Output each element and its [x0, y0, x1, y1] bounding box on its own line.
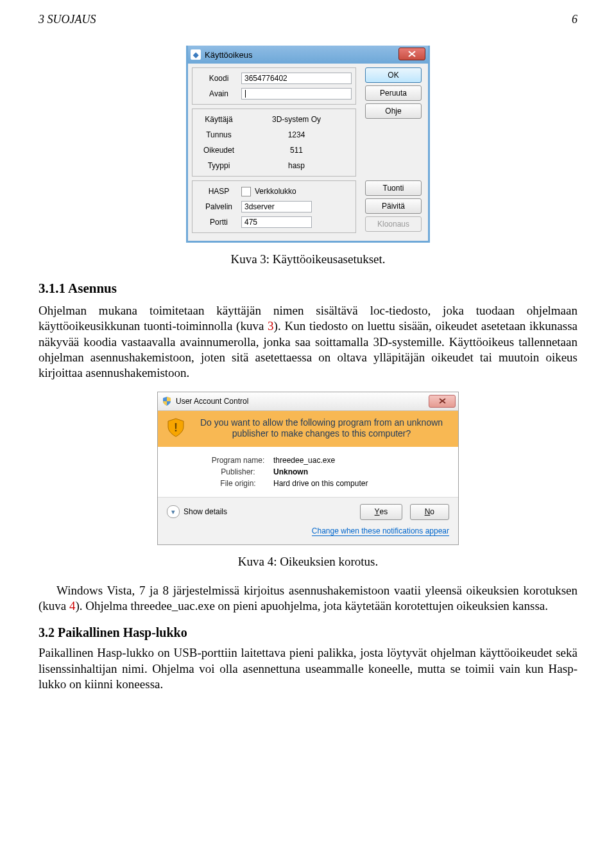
- yes-button[interactable]: Yes: [360, 504, 403, 520]
- uac-settings-link[interactable]: Change when these notifications appear: [167, 526, 449, 535]
- app-icon: ◆: [191, 49, 201, 60]
- show-details-toggle[interactable]: ▾ Show details: [167, 505, 227, 518]
- text-cursor-icon: [245, 90, 246, 98]
- uac-program-label: Program name:: [203, 456, 273, 465]
- import-button[interactable]: Tuonti: [365, 180, 422, 196]
- panel-hasp: HASP Verkkolukko Palvelin 3dserver Portt…: [192, 180, 356, 233]
- input-portti[interactable]: 475: [241, 216, 312, 228]
- uac-publisher-label: Publisher:: [203, 467, 273, 476]
- label-avain: Avain: [196, 89, 241, 98]
- running-header-right: 6: [572, 13, 578, 26]
- uac-origin-value: Hard drive on this computer: [273, 479, 368, 488]
- checkbox-verkkolukko[interactable]: Verkkolukko: [241, 187, 352, 196]
- input-avain[interactable]: [241, 88, 352, 100]
- uac-banner: ! Do you want to allow the following pro…: [158, 411, 458, 447]
- uac-dialog: User Account Control ! Do you want to al…: [157, 392, 459, 545]
- label-tyyppi: Tyyppi: [196, 161, 241, 170]
- figure-ref-3: 3: [268, 319, 274, 333]
- dialog-titlebar: ◆ Käyttöoikeus: [188, 46, 428, 64]
- dialog-title: Käyttöoikeus: [205, 50, 252, 60]
- value-tyyppi: hasp: [241, 161, 352, 170]
- label-kayttaja: Käyttäjä: [196, 115, 241, 124]
- figure-3: ◆ Käyttöoikeus Koodi 3654776402: [38, 46, 578, 243]
- uac-titlebar: User Account Control: [158, 392, 458, 411]
- running-header: 3 SUOJAUS 6: [38, 13, 578, 26]
- checkbox-icon: [241, 187, 251, 196]
- uac-origin-label: File origin:: [203, 479, 273, 488]
- uac-program-value: threedee_uac.exe: [273, 456, 335, 465]
- close-button[interactable]: [398, 48, 425, 60]
- label-palvelin: Palvelin: [196, 202, 241, 211]
- figure-ref-4: 4: [69, 599, 76, 612]
- uac-close-button[interactable]: [429, 395, 456, 408]
- uac-banner-text: Do you want to allow the following progr…: [200, 417, 443, 439]
- cancel-button[interactable]: Peruuta: [365, 85, 422, 101]
- uac-title-text: User Account Control: [176, 397, 248, 406]
- label-hasp: HASP: [196, 187, 241, 196]
- paragraph-after-fig4: Windows Vista, 7 ja 8 järjestelmissä kir…: [38, 583, 578, 614]
- close-icon: [408, 51, 416, 57]
- update-button[interactable]: Päivitä: [365, 198, 422, 214]
- figure-3-caption: Kuva 3: Käyttöoikeusasetukset.: [38, 252, 578, 266]
- shield-small-icon: [162, 396, 172, 406]
- running-header-left: 3 SUOJAUS: [38, 13, 96, 26]
- show-details-label: Show details: [184, 507, 227, 516]
- label-tunnus: Tunnus: [196, 130, 241, 139]
- heading-32: 3.2 Paikallinen Hasp-lukko: [38, 625, 578, 640]
- label-portti: Portti: [196, 218, 241, 227]
- close-icon: [439, 398, 446, 404]
- paragraph-311: Ohjelman mukana toimitetaan käyttäjän ni…: [38, 303, 578, 381]
- uac-footer: ▾ Show details Yes No Change when these …: [158, 497, 458, 544]
- label-verkkolukko: Verkkolukko: [255, 187, 296, 196]
- svg-text:!: !: [174, 421, 178, 434]
- label-oikeudet: Oikeudet: [196, 146, 241, 155]
- ok-button[interactable]: OK: [365, 67, 422, 83]
- no-button[interactable]: No: [410, 504, 449, 520]
- uac-body: Program name:threedee_uac.exe Publisher:…: [158, 447, 458, 497]
- value-tunnus: 1234: [241, 130, 352, 139]
- label-koodi: Koodi: [196, 74, 241, 83]
- uac-publisher-value: Unknown: [273, 467, 308, 476]
- figure-4: User Account Control ! Do you want to al…: [38, 392, 578, 545]
- panel-user: Käyttäjä3D-system Oy Tunnus1234 Oikeudet…: [192, 108, 356, 177]
- figure-4-caption: Kuva 4: Oikeuksien korotus.: [38, 555, 578, 569]
- shield-large-icon: !: [166, 417, 186, 438]
- license-dialog: ◆ Käyttöoikeus Koodi 3654776402: [186, 46, 430, 243]
- value-kayttaja: 3D-system Oy: [241, 115, 352, 124]
- help-button[interactable]: Ohje: [365, 103, 422, 119]
- paragraph-32: Paikallinen Hasp-lukko on USB-porttiin l…: [38, 645, 578, 692]
- chevron-down-icon: ▾: [167, 505, 180, 518]
- clone-button[interactable]: Kloonaus: [365, 216, 422, 232]
- value-oikeudet: 511: [241, 146, 352, 155]
- heading-311: 3.1.1 Asennus: [38, 281, 578, 297]
- input-koodi[interactable]: 3654776402: [241, 73, 352, 84]
- panel-code: Koodi 3654776402 Avain: [192, 67, 356, 105]
- input-palvelin[interactable]: 3dserver: [241, 201, 312, 213]
